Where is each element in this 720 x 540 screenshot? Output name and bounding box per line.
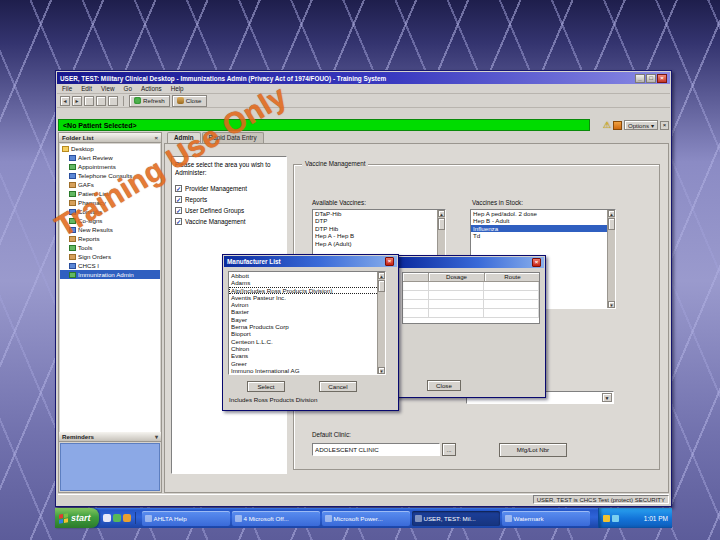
folder-tree-item[interactable]: Consults [60, 207, 160, 216]
close-button[interactable]: Close [172, 95, 207, 107]
menu-item[interactable]: Edit [81, 85, 92, 92]
folder-tree-item[interactable]: Immunization Admin [60, 270, 160, 279]
task-button[interactable]: Watermark [502, 511, 590, 526]
folder-tree-item[interactable]: Appointments [60, 162, 160, 171]
default-clinic-input[interactable] [312, 443, 440, 456]
tab[interactable]: Admin [167, 132, 201, 143]
manufacturer-item[interactable]: Bayer [229, 316, 385, 323]
folder-tree-item[interactable]: GAFs [60, 180, 160, 189]
manufacturer-item[interactable]: Aviron [229, 301, 385, 308]
available-vaccine-item[interactable]: DTaP-Hib [313, 210, 445, 217]
back-button[interactable]: ◄ [60, 96, 70, 106]
task-button[interactable]: USER, TEST: Mil... [412, 511, 500, 526]
folder-tree-item[interactable]: Telephone Consults [60, 171, 160, 180]
scrollbar[interactable]: ▲ ▼ [377, 272, 385, 374]
menu-item[interactable]: View [101, 85, 115, 92]
checkbox-checked-icon[interactable]: ✓ [175, 196, 182, 203]
toolbar-button[interactable] [108, 96, 118, 106]
toolbar-button[interactable] [96, 96, 106, 106]
task-button[interactable]: Microsoft Power... [322, 511, 410, 526]
tab[interactable]: Rapid Data Entry [202, 132, 264, 143]
area-checkbox-row[interactable]: ✓ User Defined Groups [175, 207, 283, 214]
folder-tree-item[interactable]: Reports [60, 234, 160, 243]
close-stock-dialog-button[interactable]: Close [427, 380, 461, 391]
chevron-down-icon[interactable]: ▼ [602, 393, 612, 402]
browse-button[interactable]: ... [442, 443, 456, 456]
close-panel-button[interactable]: × [660, 121, 669, 130]
close-dialog-button[interactable]: × [385, 257, 394, 266]
checkbox-checked-icon[interactable]: ✓ [175, 185, 182, 192]
available-vaccine-item[interactable]: Hep A - Hep B [313, 232, 445, 239]
table-row[interactable] [403, 282, 539, 291]
close-folder-list-icon[interactable]: × [154, 135, 158, 141]
area-checkbox-row[interactable]: ✓ Provider Management [175, 185, 283, 192]
available-vaccine-item[interactable]: DTP Hib [313, 225, 445, 232]
folder-tree-item[interactable]: Sign Orders [60, 252, 160, 261]
manufacturer-item[interactable]: Baxter [229, 308, 385, 315]
area-checkbox-row[interactable]: ✓ Vaccine Management [175, 218, 283, 225]
manufacturer-item[interactable]: Alp(Includes Ross Products Division) [229, 287, 385, 294]
select-button[interactable]: Select [247, 381, 285, 392]
refresh-button[interactable]: Refresh [129, 95, 170, 107]
manufacturer-item[interactable]: Abbott [229, 272, 385, 279]
folder-tree-item[interactable]: Pharmacy [60, 198, 160, 207]
cancel-button[interactable]: Cancel [319, 381, 357, 392]
dialog-titlebar[interactable]: × [398, 257, 544, 268]
folder-tree-item[interactable]: Desktop [60, 144, 160, 153]
folder-tree-item[interactable]: Alert Review [60, 153, 160, 162]
window-titlebar[interactable]: USER, TEST: Military Clinical Desktop - … [57, 72, 670, 84]
minimize-button[interactable]: _ [635, 74, 645, 83]
dialog-titlebar[interactable]: Manufacturer List × [224, 256, 397, 267]
folder-tree-item[interactable]: Patient List [60, 189, 160, 198]
available-vaccine-item[interactable]: DTP [313, 217, 445, 224]
folder-tree-item[interactable]: CHCS I [60, 261, 160, 270]
area-checkbox-row[interactable]: ✓ Reports [175, 196, 283, 203]
menu-item[interactable]: Go [124, 85, 132, 92]
scroll-thumb[interactable] [608, 218, 615, 230]
quick-launch-icon[interactable] [113, 514, 121, 522]
maximize-button[interactable]: □ [646, 74, 656, 83]
checkbox-checked-icon[interactable]: ✓ [175, 218, 182, 225]
menu-item[interactable]: Help [171, 85, 184, 92]
manufacturer-item[interactable]: Adams [229, 279, 385, 286]
task-button[interactable]: 4 Microsoft Off... [232, 511, 320, 526]
tray-icon[interactable] [612, 515, 619, 522]
scroll-down-icon[interactable]: ▼ [608, 301, 615, 308]
tray-icon[interactable] [603, 515, 610, 522]
close-dialog-button[interactable]: × [532, 258, 541, 267]
menu-item[interactable]: Actions [141, 85, 162, 92]
folder-tree-item[interactable]: Tools [60, 243, 160, 252]
toolbar-button[interactable] [84, 96, 94, 106]
stock-vaccine-item[interactable]: Td [471, 232, 615, 239]
task-button[interactable]: AHLTA Help [142, 511, 230, 526]
folder-tree-item[interactable]: New Results [60, 225, 160, 234]
manufacturer-item[interactable]: Aventis Pasteur Inc. [229, 294, 385, 301]
scroll-up-icon[interactable]: ▲ [378, 272, 385, 279]
reminders-header[interactable]: Reminders ▾ [59, 432, 161, 442]
scroll-up-icon[interactable]: ▲ [608, 210, 615, 217]
checkbox-checked-icon[interactable]: ✓ [175, 207, 182, 214]
options-button[interactable]: Options ▾ [624, 120, 658, 130]
manufacturer-item[interactable]: Immuno International AG [229, 367, 385, 374]
table-row[interactable] [403, 291, 539, 300]
stock-vaccine-item[interactable]: Hep A ped/adol. 2 dose [471, 210, 615, 217]
table-row[interactable] [403, 300, 539, 309]
forward-button[interactable]: ► [72, 96, 82, 106]
scroll-down-icon[interactable]: ▼ [378, 367, 385, 374]
scroll-up-icon[interactable]: ▲ [438, 210, 445, 217]
start-button[interactable]: start [55, 508, 99, 528]
scroll-thumb[interactable] [378, 280, 385, 292]
table-row[interactable] [403, 309, 539, 318]
available-vaccine-item[interactable]: Hep A (Adult) [313, 240, 445, 247]
manufacturer-item[interactable]: Greer [229, 360, 385, 367]
scroll-thumb[interactable] [438, 218, 445, 230]
stock-vaccine-item[interactable]: Hep B - Adult [471, 217, 615, 224]
menu-item[interactable]: File [62, 85, 72, 92]
manufacturer-item[interactable]: Centeon L.L.C. [229, 338, 385, 345]
manufacturer-item[interactable]: Bioport [229, 330, 385, 337]
quick-launch-icon[interactable] [123, 514, 131, 522]
close-window-button[interactable]: × [657, 74, 667, 83]
manufacturer-item[interactable]: Berna Products Corp [229, 323, 385, 330]
manufacturer-item[interactable]: Evans [229, 352, 385, 359]
quick-launch-icon[interactable] [103, 514, 111, 522]
